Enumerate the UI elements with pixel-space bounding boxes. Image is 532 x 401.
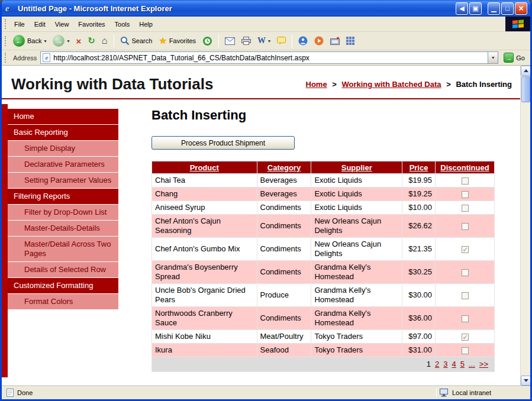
main-content: Batch Inserting Process Product Shipment… bbox=[151, 105, 495, 372]
print-button[interactable] bbox=[238, 35, 254, 46]
discontinued-cell bbox=[436, 215, 495, 238]
category-cell: Seafood bbox=[257, 344, 311, 357]
sidebar-item-format-colors[interactable]: Format Colors bbox=[8, 294, 118, 309]
pager-next[interactable]: >> bbox=[479, 360, 488, 368]
mail-button[interactable] bbox=[222, 36, 238, 46]
print-icon bbox=[241, 37, 251, 45]
discontinued-cell bbox=[436, 261, 495, 284]
history-icon bbox=[202, 36, 212, 46]
links-grid-button[interactable] bbox=[343, 35, 357, 46]
pager-page-3[interactable]: 3 bbox=[443, 360, 447, 368]
page-body: HomeBasic ReportingSimple DisplayDeclara… bbox=[2, 99, 520, 372]
sidebar-item-simple-display[interactable]: Simple Display bbox=[8, 141, 118, 156]
maximize-button[interactable]: □ bbox=[501, 2, 514, 15]
column-header-price: Price bbox=[402, 161, 436, 174]
discontinued-checkbox bbox=[462, 347, 469, 354]
status-zone-panel: Local intranet bbox=[439, 389, 528, 397]
price-cell: $31.00 bbox=[402, 344, 436, 357]
discontinued-cell bbox=[436, 330, 495, 344]
toolbar-separator bbox=[292, 34, 292, 47]
toolbar-separator bbox=[114, 34, 114, 47]
supplier-cell: Tokyo Traders bbox=[311, 344, 402, 357]
minimize-button[interactable]: ▁ bbox=[488, 2, 500, 15]
pager-page-5[interactable]: 5 bbox=[460, 360, 465, 368]
forward-button[interactable]: → ▾ bbox=[50, 34, 72, 48]
discuss-button[interactable] bbox=[274, 35, 289, 46]
messenger-button[interactable] bbox=[295, 35, 311, 47]
address-label: Address bbox=[13, 54, 37, 62]
product-cell: Chai Tea bbox=[152, 174, 257, 187]
sidebar-item-setting-parameter-values[interactable]: Setting Parameter Values bbox=[8, 173, 118, 188]
go-button[interactable]: → Go bbox=[502, 52, 527, 63]
pager-page-2[interactable]: 2 bbox=[435, 360, 439, 368]
page-viewport: Working with Data Tutorials Home > Worki… bbox=[2, 66, 520, 386]
scrollbar-thumb[interactable] bbox=[521, 76, 530, 102]
back-button[interactable]: ← Back ▾ bbox=[10, 34, 49, 48]
sidebar-item-details-of-selected-row[interactable]: Details of Selected Row bbox=[8, 262, 118, 277]
msn-icon bbox=[330, 37, 340, 45]
menu-grip-handle[interactable] bbox=[5, 19, 7, 29]
windows-logo bbox=[505, 17, 530, 31]
breadcrumb-link-section[interactable]: Working with Batched Data bbox=[341, 80, 441, 89]
sidebar-item-filter-by-drop-down-list[interactable]: Filter by Drop-Down List bbox=[8, 205, 118, 220]
scroll-up-button[interactable] bbox=[521, 66, 531, 76]
favorites-button[interactable]: ★ Favorites bbox=[156, 34, 199, 47]
menu-edit[interactable]: Edit bbox=[30, 18, 50, 30]
breadcrumb-link-home[interactable]: Home bbox=[306, 80, 327, 89]
msn-button[interactable] bbox=[327, 35, 343, 46]
search-button[interactable]: Search bbox=[117, 35, 156, 47]
sidebar-item-customized-formatting[interactable]: Customized Formatting bbox=[8, 278, 118, 293]
sidebar-item-home[interactable]: Home bbox=[8, 109, 118, 124]
table-row: ChangBeveragesExotic Liquids$19.25 bbox=[152, 187, 495, 201]
process-product-shipment-button[interactable]: Process Product Shipment bbox=[151, 136, 295, 150]
sort-link-category[interactable]: Category bbox=[267, 163, 301, 172]
product-cell: Northwoods Cranberry Sauce bbox=[152, 307, 257, 330]
address-dropdown-button[interactable]: ▾ bbox=[488, 52, 498, 63]
pager-page-4[interactable]: 4 bbox=[452, 360, 456, 368]
done-page-icon bbox=[7, 389, 14, 397]
edit-button[interactable]: W ▾ bbox=[254, 35, 273, 47]
back-dropdown-icon: ▾ bbox=[44, 38, 46, 44]
product-cell: Chef Anton's Gumbo Mix bbox=[152, 238, 257, 261]
pager-ellipsis[interactable]: ... bbox=[469, 360, 475, 368]
forward-icon: → bbox=[53, 35, 65, 47]
browser-window: e Untitled Page - Microsoft Internet Exp… bbox=[0, 0, 532, 401]
sidebar-item-filtering-reports[interactable]: Filtering Reports bbox=[8, 189, 118, 204]
sort-link-discontinued[interactable]: Discontinued bbox=[440, 163, 489, 172]
table-row: Chef Anton's Gumbo MixCondimentsNew Orle… bbox=[152, 238, 495, 261]
vertical-scrollbar[interactable] bbox=[520, 66, 530, 386]
menu-favorites[interactable]: Favorites bbox=[73, 18, 109, 30]
sidebar-item-master-details-details[interactable]: Master-Details-Details bbox=[8, 221, 118, 236]
menu-tools[interactable]: Tools bbox=[110, 18, 135, 30]
titlebar-extra-button-2[interactable]: ▣ bbox=[469, 2, 482, 15]
menu-help[interactable]: Help bbox=[134, 18, 157, 30]
sort-link-price[interactable]: Price bbox=[410, 163, 428, 172]
toolbar-grip-handle[interactable] bbox=[5, 36, 7, 46]
stop-button[interactable]: × bbox=[73, 35, 85, 47]
discontinued-cell bbox=[436, 284, 495, 307]
sidebar-nav: HomeBasic ReportingSimple DisplayDeclara… bbox=[8, 109, 118, 310]
media-button[interactable] bbox=[311, 35, 327, 47]
column-header-discontinued: Discontinued bbox=[436, 161, 495, 174]
menu-bar-items: FileEditViewFavoritesToolsHelp bbox=[9, 18, 157, 30]
menu-view[interactable]: View bbox=[50, 18, 74, 30]
scroll-down-button[interactable] bbox=[521, 376, 531, 386]
back-icon: ← bbox=[13, 35, 25, 47]
address-grip-handle[interactable] bbox=[5, 53, 7, 63]
history-button[interactable] bbox=[199, 35, 215, 47]
sidebar-item-declarative-parameters[interactable]: Declarative Parameters bbox=[8, 157, 118, 172]
refresh-button[interactable]: ↻ bbox=[85, 34, 98, 47]
sort-link-supplier[interactable]: Supplier bbox=[341, 163, 372, 172]
category-cell: Produce bbox=[257, 284, 311, 307]
home-button[interactable]: ⌂ bbox=[99, 34, 111, 47]
sort-link-product[interactable]: Product bbox=[190, 163, 219, 172]
category-cell: Condiments bbox=[257, 261, 311, 284]
address-input[interactable]: e http://localhost:2810/ASPNET_Data_Tuto… bbox=[40, 51, 498, 64]
sidebar-item-master-detail-across-two-pages[interactable]: Master/Detail Across Two Pages bbox=[8, 237, 118, 261]
titlebar-extra-button-1[interactable]: ◀ bbox=[456, 2, 468, 15]
discontinued-checkbox bbox=[462, 246, 469, 253]
sidebar-item-basic-reporting[interactable]: Basic Reporting bbox=[8, 125, 118, 140]
product-cell: Grandma's Boysenberry Spread bbox=[152, 261, 257, 284]
close-button[interactable]: × bbox=[515, 2, 527, 15]
menu-file[interactable]: File bbox=[9, 18, 30, 30]
